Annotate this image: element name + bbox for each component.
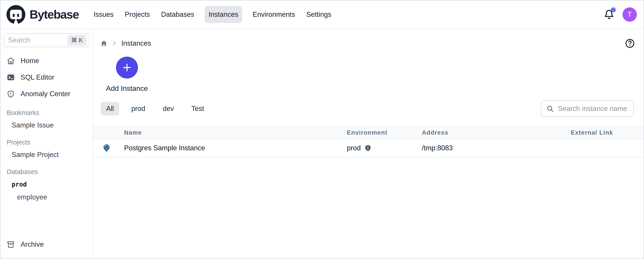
nav-item-issues[interactable]: Issues bbox=[93, 6, 115, 23]
nav-item-environments[interactable]: Environments bbox=[252, 6, 296, 23]
database-env-prod[interactable]: prod bbox=[0, 178, 93, 191]
sidebar-spacer bbox=[0, 204, 93, 236]
terminal-icon bbox=[7, 73, 15, 81]
add-instance-block: Add Instance bbox=[104, 57, 150, 93]
section-label-bookmarks: Bookmarks bbox=[0, 107, 93, 119]
col-address: Address bbox=[418, 127, 567, 139]
project-sample-project[interactable]: Sample Project bbox=[0, 148, 93, 161]
chevron-right-icon bbox=[112, 40, 117, 46]
primary-nav: Issues Projects Databases Instances Envi… bbox=[93, 6, 332, 23]
keyboard-shortcut-badge: ⌘ K bbox=[68, 35, 86, 46]
filter-row: All prod dev Test bbox=[93, 100, 644, 117]
breadcrumb: Instances bbox=[93, 29, 644, 50]
brand-name: Bytebase bbox=[30, 7, 79, 21]
postgresql-icon bbox=[102, 144, 111, 152]
environment-cell: prod bbox=[343, 139, 418, 157]
nav-item-projects[interactable]: Projects bbox=[124, 6, 151, 23]
environment-label: prod bbox=[347, 144, 361, 152]
address-cell: /tmp:8083 bbox=[418, 139, 567, 157]
protected-shield-icon bbox=[364, 144, 372, 152]
sidebar-item-sql-editor[interactable]: SQL Editor bbox=[0, 69, 93, 86]
sidebar-item-archive[interactable]: Archive bbox=[0, 236, 93, 253]
instance-search-input[interactable] bbox=[558, 105, 628, 113]
col-engine bbox=[93, 127, 120, 139]
table-header-row: Name Environment Address External Link bbox=[93, 127, 644, 139]
sidebar-item-label: Home bbox=[20, 57, 39, 65]
sidebar-item-label: SQL Editor bbox=[20, 73, 54, 81]
bytebase-app-window: Bytebase Issues Projects Databases Insta… bbox=[0, 0, 644, 259]
sidebar-search-input[interactable] bbox=[8, 36, 68, 44]
nav-item-settings[interactable]: Settings bbox=[306, 6, 332, 23]
bytebase-logo[interactable]: Bytebase bbox=[6, 4, 79, 25]
sidebar-search[interactable]: ⌘ K bbox=[4, 33, 90, 47]
instance-search-box[interactable] bbox=[541, 100, 634, 117]
bookmark-sample-issue[interactable]: Sample Issue bbox=[0, 119, 93, 132]
bytebase-logo-icon bbox=[6, 4, 26, 25]
table-row[interactable]: Postgres Sample Instance prod bbox=[93, 139, 644, 157]
notification-dot bbox=[611, 7, 616, 12]
sidebar-item-label: Anomaly Center bbox=[20, 90, 70, 98]
add-instance-button[interactable] bbox=[116, 57, 138, 78]
search-icon bbox=[546, 105, 554, 112]
sidebar-section-projects: Projects Sample Project bbox=[0, 136, 93, 161]
archive-icon bbox=[7, 241, 15, 249]
col-name: Name bbox=[120, 127, 343, 139]
shield-alert-icon bbox=[7, 90, 15, 98]
top-navbar: Bytebase Issues Projects Databases Insta… bbox=[0, 0, 644, 29]
instance-name-cell[interactable]: Postgres Sample Instance bbox=[120, 139, 343, 157]
engine-cell bbox=[93, 139, 120, 157]
sidebar: ⌘ K Home SQL Editor bbox=[0, 29, 93, 259]
breadcrumb-current: Instances bbox=[121, 39, 151, 47]
sidebar-item-home[interactable]: Home bbox=[0, 52, 93, 69]
section-label-databases: Databases bbox=[0, 166, 93, 178]
filter-tab-dev[interactable]: dev bbox=[158, 102, 179, 115]
main-content: Instances Add Instance bbox=[93, 29, 644, 259]
sidebar-item-label: Archive bbox=[20, 241, 44, 249]
help-icon[interactable] bbox=[625, 38, 635, 48]
sidebar-section-bookmarks: Bookmarks Sample Issue bbox=[0, 107, 93, 132]
col-environment: Environment bbox=[343, 127, 418, 139]
plus-icon bbox=[122, 62, 132, 73]
sidebar-section-databases: Databases prod employee bbox=[0, 166, 93, 204]
nav-item-instances[interactable]: Instances bbox=[205, 6, 242, 23]
home-icon bbox=[7, 57, 15, 65]
add-instance-label: Add Instance bbox=[106, 84, 148, 93]
filter-tab-test[interactable]: Test bbox=[186, 102, 209, 115]
external-link-cell bbox=[567, 139, 644, 157]
filter-tab-prod[interactable]: prod bbox=[126, 102, 150, 115]
database-employee[interactable]: employee bbox=[0, 191, 93, 204]
instances-table: Name Environment Address External Link bbox=[93, 126, 644, 157]
section-label-projects: Projects bbox=[0, 136, 93, 148]
filter-tab-all[interactable]: All bbox=[101, 102, 119, 115]
nav-item-databases[interactable]: Databases bbox=[160, 6, 195, 23]
navbar-right: T bbox=[604, 7, 637, 22]
notification-bell-icon[interactable] bbox=[604, 9, 614, 20]
user-avatar[interactable]: T bbox=[622, 7, 637, 22]
sidebar-item-anomaly-center[interactable]: Anomaly Center bbox=[0, 86, 93, 102]
breadcrumb-home-icon[interactable] bbox=[100, 40, 108, 47]
col-external-link: External Link bbox=[567, 127, 644, 139]
